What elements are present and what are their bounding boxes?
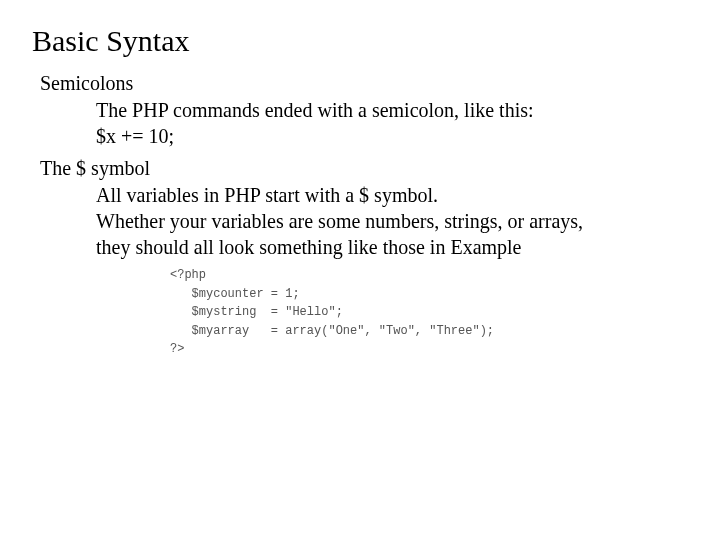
dollar-line-3: they should all look something like thos… <box>96 234 688 260</box>
dollar-line-1: All variables in PHP start with a $ symb… <box>96 182 688 208</box>
code-line-4: $myarray = array("One", "Two", "Three"); <box>170 324 494 338</box>
semicolons-line-2: $x += 10; <box>96 123 688 149</box>
slide: Basic Syntax Semicolons The PHP commands… <box>0 0 720 359</box>
dollar-line-2: Whether your variables are some numbers,… <box>96 208 688 234</box>
php-code-example: <?php $mycounter = 1; $mystring = "Hello… <box>170 266 688 359</box>
code-line-3: $mystring = "Hello"; <box>170 305 343 319</box>
code-line-5: ?> <box>170 342 184 356</box>
section-dollar-heading: The $ symbol <box>40 157 688 180</box>
code-line-2: $mycounter = 1; <box>170 287 300 301</box>
semicolons-line-1: The PHP commands ended with a semicolon,… <box>96 97 688 123</box>
code-line-1: <?php <box>170 268 206 282</box>
page-title: Basic Syntax <box>32 24 688 58</box>
section-semicolons-heading: Semicolons <box>40 72 688 95</box>
